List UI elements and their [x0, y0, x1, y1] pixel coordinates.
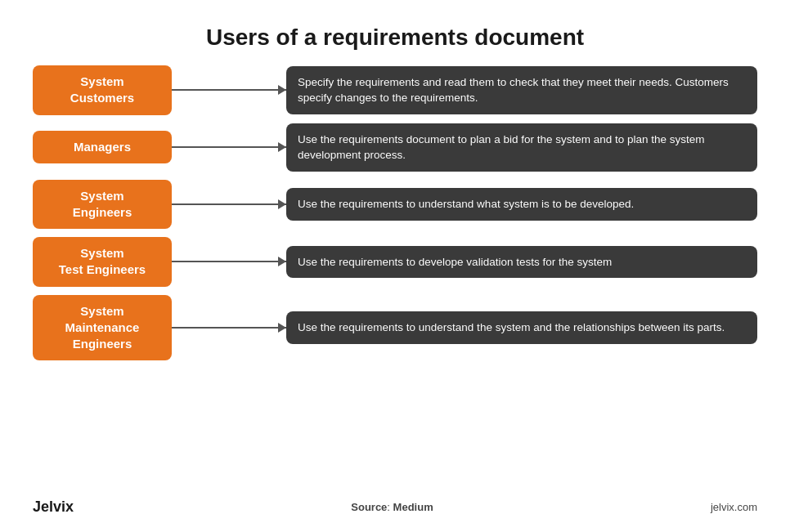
role-label: System Test Engineers	[33, 237, 172, 287]
description-box: Use the requirements to understand the s…	[286, 311, 757, 344]
diagram-row: System EngineersUse the requirements to …	[33, 180, 757, 230]
brand-label: Jelvix	[33, 498, 74, 516]
diagram-row: System Maintenance EngineersUse the requ…	[33, 295, 757, 361]
description-box: Use the requirements document to plan a …	[286, 123, 757, 172]
url-label: jelvix.com	[711, 501, 757, 513]
arrow-head-icon	[278, 85, 286, 95]
diagram-row: System Test EngineersUse the requirement…	[33, 237, 757, 287]
arrow-head-icon	[278, 142, 286, 152]
diagram-row: ManagersUse the requirements document to…	[33, 123, 757, 172]
diagram: System CustomersSpecify the requirements…	[33, 65, 757, 490]
arrow-head-icon	[278, 323, 286, 333]
description-box: Specify the requirements and read them t…	[286, 66, 757, 114]
diagram-row: System CustomersSpecify the requirements…	[33, 65, 757, 115]
source-label: Source: Medium	[351, 501, 433, 513]
role-label: Managers	[33, 131, 172, 163]
page-title: Users of a requirements document	[206, 25, 584, 51]
description-box: Use the requirements to develope validat…	[286, 246, 757, 279]
footer: Jelvix Source: Medium jelvix.com	[33, 498, 757, 516]
description-box: Use the requirements to understand what …	[286, 188, 757, 221]
role-label: System Customers	[33, 65, 172, 115]
arrow-head-icon	[278, 257, 286, 266]
role-label: System Maintenance Engineers	[33, 295, 172, 361]
arrow-head-icon	[278, 199, 286, 209]
role-label: System Engineers	[33, 180, 172, 230]
